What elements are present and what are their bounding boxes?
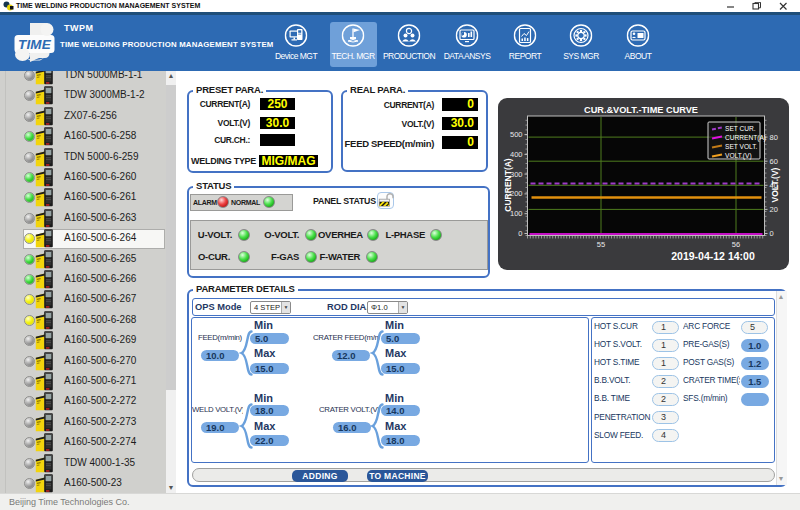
svg-text:56: 56 [732,240,740,249]
svg-text:SET CUR.: SET CUR. [725,125,756,132]
svg-text:CUR.&VOLT.-TIME CURVE: CUR.&VOLT.-TIME CURVE [584,105,698,115]
svg-text:VOLT.(V): VOLT.(V) [725,152,752,160]
svg-text:60: 60 [770,157,778,166]
svg-text:CURRENT(A): CURRENT(A) [725,134,766,142]
svg-text:0: 0 [770,229,774,238]
svg-text:80: 80 [770,133,778,142]
svg-text:0: 0 [518,229,522,238]
svg-text:CURRENT(A): CURRENT(A) [503,158,513,212]
svg-text:TIME: TIME [18,37,52,52]
svg-text:500: 500 [510,130,523,139]
svg-text:2019-04-12 14:00: 2019-04-12 14:00 [671,250,755,262]
svg-text:VOLT.(V): VOLT.(V) [770,167,780,202]
svg-text:400: 400 [510,150,523,159]
svg-text:55: 55 [597,240,605,249]
svg-text:SET VOLT.: SET VOLT. [725,143,758,150]
svg-text:20: 20 [770,205,778,214]
